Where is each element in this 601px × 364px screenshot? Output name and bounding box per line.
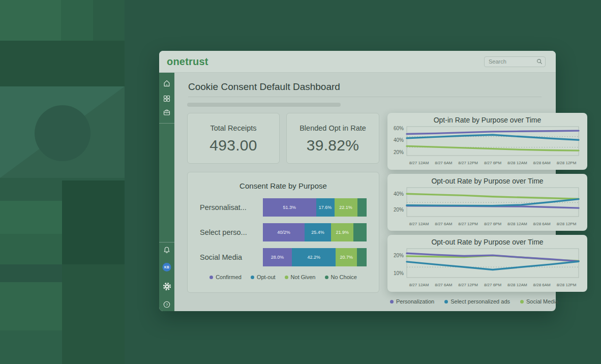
chart-title: Opt-out Rate by Purpose over Time bbox=[387, 238, 587, 246]
legend-item: Opt-out bbox=[251, 274, 276, 280]
svg-text:20%: 20% bbox=[394, 253, 404, 258]
svg-text:8/28 12PM: 8/28 12PM bbox=[557, 161, 577, 165]
consent-rate-card: Consent Rate by Purpose Personalisat...5… bbox=[187, 172, 379, 293]
svg-text:8/27 12AM: 8/27 12AM bbox=[409, 222, 429, 226]
svg-text:8/28 12PM: 8/28 12PM bbox=[557, 283, 577, 287]
onetrust-logo[interactable]: onetrust bbox=[167, 56, 208, 68]
legend-item: Social Media bbox=[520, 298, 558, 305]
svg-text:8/27 6AM: 8/27 6AM bbox=[435, 283, 453, 287]
background-shape bbox=[0, 282, 62, 330]
svg-text:8/27 12AM: 8/27 12AM bbox=[409, 283, 429, 287]
title-divider bbox=[188, 97, 542, 97]
legend-dot bbox=[325, 276, 328, 279]
progress-bar bbox=[187, 103, 341, 107]
legend-item: No Choice bbox=[325, 274, 357, 280]
svg-text:8/27 6PM: 8/27 6PM bbox=[484, 222, 502, 226]
legend-item: Confirmed bbox=[209, 274, 242, 280]
legend-dot bbox=[444, 300, 448, 304]
time-charts-column: Opt-in Rate by Purpose over Time 60%40%2… bbox=[387, 113, 587, 305]
bar-row: Select perso...40/2%25.4%21.9% bbox=[200, 223, 367, 241]
svg-text:8/27 12PM: 8/27 12PM bbox=[458, 222, 478, 226]
bar-row-label: Social Media bbox=[200, 253, 263, 261]
notifications-bell-icon[interactable] bbox=[162, 246, 171, 255]
svg-text:8/28 12AM: 8/28 12AM bbox=[507, 283, 527, 287]
bar-segment: 28.0% bbox=[263, 248, 292, 266]
bar-segment: 51.3% bbox=[263, 198, 316, 217]
bar-segment: 21.9% bbox=[331, 223, 354, 241]
svg-text:40%: 40% bbox=[394, 137, 404, 143]
svg-text:20%: 20% bbox=[394, 149, 404, 155]
kpi-label: Total Receipts bbox=[188, 124, 279, 132]
sidebar-divider bbox=[159, 242, 174, 242]
legend-item: Not Given bbox=[285, 274, 316, 280]
apps-grid-icon[interactable] bbox=[162, 94, 171, 103]
svg-text:8/28 6AM: 8/28 6AM bbox=[533, 283, 551, 287]
sidebar-divider bbox=[159, 123, 174, 124]
settings-gear-icon[interactable] bbox=[162, 282, 171, 291]
page-title: Cookie Consent Default Dashboard bbox=[188, 81, 340, 93]
kpi-card-total-receipts: Total Receipts 493.00 bbox=[187, 113, 280, 164]
background-shape bbox=[93, 0, 125, 41]
legend-item: Personalization bbox=[390, 298, 434, 305]
stacked-bar: 28.0%42.2%20.7% bbox=[263, 248, 367, 266]
bar-segment: 40/2% bbox=[263, 223, 305, 241]
svg-text:?: ? bbox=[166, 302, 168, 307]
legend-dot bbox=[285, 276, 288, 279]
bar-segment bbox=[353, 223, 367, 241]
legend-dot bbox=[520, 300, 524, 304]
svg-text:20%: 20% bbox=[394, 207, 404, 213]
svg-text:8/27 6PM: 8/27 6PM bbox=[484, 283, 502, 287]
bar-row: Social Media28.0%42.2%20.7% bbox=[200, 248, 367, 266]
bar-row-label: Personalisat... bbox=[200, 203, 263, 211]
app-header: onetrust bbox=[159, 51, 556, 73]
svg-text:40%: 40% bbox=[394, 191, 404, 197]
kpi-value: 39.82% bbox=[287, 137, 379, 154]
background-shape bbox=[0, 330, 62, 364]
user-avatar[interactable]: KB bbox=[163, 263, 171, 271]
home-icon[interactable] bbox=[162, 79, 171, 88]
chart-title: Opt-in Rate by Purpose over Time bbox=[387, 116, 587, 124]
background-shape bbox=[62, 180, 125, 264]
svg-text:8/28 12AM: 8/28 12AM bbox=[507, 161, 527, 165]
background-shape bbox=[62, 264, 125, 364]
kpi-value: 493.00 bbox=[188, 137, 279, 154]
stacked-bar: 51.3%17.6%22.1% bbox=[263, 198, 367, 217]
legend-dot bbox=[390, 300, 394, 304]
legend-dot bbox=[209, 276, 213, 279]
bar-row: Personalisat...51.3%17.6%22.1% bbox=[200, 198, 367, 217]
app-window: onetrust bbox=[159, 51, 556, 311]
svg-text:10%: 10% bbox=[394, 270, 404, 276]
search-input[interactable] bbox=[489, 58, 536, 65]
help-icon[interactable]: ? bbox=[162, 300, 171, 309]
search-box bbox=[484, 56, 546, 67]
bar-segment: 22.1% bbox=[335, 198, 357, 217]
stacked-bar: 40/2%25.4%21.9% bbox=[263, 223, 367, 241]
bar-segment bbox=[357, 248, 367, 266]
svg-text:8/28 12AM: 8/28 12AM bbox=[507, 222, 527, 226]
projects-briefcase-icon[interactable] bbox=[162, 108, 171, 117]
consent-chart-legend: ConfirmedOpt-outNot GivenNo Choice bbox=[200, 274, 367, 280]
desktop-background: onetrust bbox=[0, 0, 601, 364]
svg-text:8/28 12PM: 8/28 12PM bbox=[557, 222, 577, 226]
bar-segment: 17.6% bbox=[316, 198, 335, 217]
svg-text:8/27 12PM: 8/27 12PM bbox=[458, 283, 478, 287]
svg-text:8/27 12PM: 8/27 12PM bbox=[458, 161, 478, 165]
opt-in-line-chart: 60%40%20%8/27 12AM8/27 6AM8/27 12PM8/27 … bbox=[387, 124, 587, 168]
background-circle bbox=[35, 105, 91, 161]
opt-out-line-chart-1: 40%20%8/27 12AM8/27 6AM8/27 12PM8/27 6PM… bbox=[387, 185, 587, 229]
opt-out-rate-card-1: Opt-out Rate by Purpose over Time 40%20%… bbox=[387, 174, 587, 231]
svg-text:60%: 60% bbox=[394, 126, 404, 131]
bar-segment: 25.4% bbox=[305, 223, 331, 241]
purpose-legend: PersonalizationSelect personalized adsSo… bbox=[387, 298, 587, 305]
svg-text:8/28 6AM: 8/28 6AM bbox=[533, 222, 551, 226]
background-shape bbox=[0, 234, 62, 264]
background-shape bbox=[0, 201, 62, 234]
svg-text:8/27 6AM: 8/27 6AM bbox=[435, 222, 453, 226]
dashboard-content: Cookie Consent Default Dashboard Total R… bbox=[174, 73, 556, 311]
svg-text:8/27 6PM: 8/27 6PM bbox=[484, 161, 502, 165]
kpi-card-blended-opt-in: Blended Opt in Rate 39.82% bbox=[286, 113, 379, 164]
consent-stacked-bar-chart: Personalisat...51.3%17.6%22.1%Select per… bbox=[200, 198, 367, 266]
svg-text:8/27 12AM: 8/27 12AM bbox=[409, 161, 429, 165]
search-icon[interactable] bbox=[536, 58, 543, 65]
svg-text:8/27 6AM: 8/27 6AM bbox=[435, 161, 453, 165]
